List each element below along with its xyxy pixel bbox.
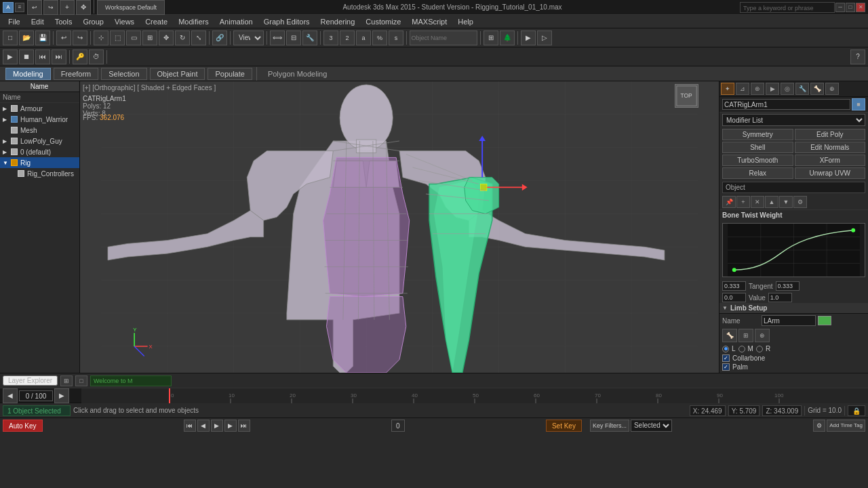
limb-setup-header[interactable]: ▼ Limb Setup (719, 303, 868, 314)
limb-icon-3[interactable]: ⊕ (755, 329, 770, 342)
relax-btn[interactable]: Relax (722, 167, 793, 179)
redo-toolbar[interactable]: ↪ (73, 30, 87, 45)
tl-fwd-btn[interactable]: ▶ (54, 388, 69, 403)
limb-name-input[interactable] (762, 315, 816, 326)
snap-toggle[interactable]: 🔧 (302, 30, 317, 45)
tree-item-rig[interactable]: ▼ Rig (0, 157, 79, 168)
key-mode[interactable]: 🔑 (73, 49, 87, 64)
nav-cube-display[interactable]: TOP (675, 84, 698, 108)
xform-btn[interactable]: XForm (795, 155, 866, 166)
next-key-btn[interactable]: ⏭ (238, 420, 250, 432)
lock-icon[interactable]: 🔒 (848, 405, 865, 416)
limb-icon-2[interactable]: ⊞ (738, 329, 753, 342)
help-btn[interactable]: ? (850, 49, 865, 64)
stop-anim[interactable]: ⏹ (19, 49, 34, 64)
menu-customize[interactable]: Customize (360, 15, 406, 28)
spinner-snap[interactable]: s (389, 30, 403, 45)
close-btn[interactable]: ✕ (856, 3, 865, 12)
play-anim[interactable]: ▶ (3, 49, 18, 64)
modify-icon[interactable]: ⊿ (736, 83, 749, 95)
scale-tool[interactable]: ⤡ (191, 30, 206, 45)
layer-manager[interactable]: ⊞ (484, 30, 498, 45)
scene-explorer[interactable]: 🌲 (500, 30, 515, 45)
mirror-tool[interactable]: ⟺ (270, 30, 285, 45)
tangent-input[interactable] (776, 281, 800, 291)
symmetry-btn[interactable]: Symmetry (722, 129, 793, 140)
mode-populate[interactable]: Populate (208, 68, 252, 80)
turbosmooth-btn[interactable]: TurboSmooth (722, 155, 793, 166)
nav-cube[interactable]: TOP (675, 84, 698, 108)
hierarchy-icon[interactable]: ⊛ (751, 83, 764, 95)
menu-file[interactable]: ≡ (15, 3, 24, 12)
tree-item-human-warrior[interactable]: ▶ Human_Warrior (0, 114, 79, 125)
edit-normals-btn[interactable]: Edit Normals (795, 142, 866, 153)
coord-system[interactable]: ViewWorldLocal (233, 30, 264, 45)
menu-rendering[interactable]: Rendering (315, 15, 361, 28)
tree-item-rig-controllers[interactable]: Rig_Controllers (7, 168, 79, 179)
menu-group[interactable]: Group (77, 15, 109, 28)
configure-icon[interactable]: ⚙ (793, 196, 807, 208)
select-region[interactable]: ▭ (126, 30, 141, 45)
next-frame[interactable]: ⏭ (52, 49, 66, 64)
render-setup[interactable]: ▶ (521, 30, 536, 45)
undo-toolbar[interactable]: ↩ (56, 30, 71, 45)
window-crossing[interactable]: ⊞ (142, 30, 157, 45)
mode-freeform[interactable]: Freeform (54, 68, 99, 80)
save-btn[interactable]: 💾 (35, 30, 50, 45)
tree-item-lowpoly[interactable]: ▶ LowPoly_Guy (0, 136, 79, 146)
select-name[interactable]: ⬚ (110, 30, 125, 45)
delete-modifier-icon[interactable]: ✕ (751, 196, 764, 208)
unwrap-uvw-btn[interactable]: Unwrap UVW (795, 167, 866, 179)
new-btn[interactable]: □ (3, 30, 18, 45)
mode-selection[interactable]: Selection (101, 68, 146, 80)
edit-poly-btn[interactable]: Edit Poly (795, 129, 866, 140)
shell-btn[interactable]: Shell (722, 142, 793, 153)
menu-edit[interactable]: Edit (26, 15, 50, 28)
radio-L[interactable] (722, 346, 729, 352)
3d-snap[interactable]: 3 (323, 30, 338, 45)
link-tool[interactable]: 🔗 (212, 30, 227, 45)
rotate-tool[interactable]: ↻ (175, 30, 190, 45)
2d-snap[interactable]: 2 (340, 30, 355, 45)
layer-icon-2[interactable]: □ (75, 375, 87, 386)
curve-val2[interactable] (722, 293, 746, 302)
utilities-icon[interactable]: 🔧 (795, 83, 809, 95)
prev-frame[interactable]: ⏮ (35, 49, 50, 64)
modifier-dropdown[interactable]: Modifier List (722, 114, 865, 126)
modifier-stack[interactable]: Object (722, 182, 865, 193)
undo-btn[interactable]: ↩ (27, 0, 42, 15)
menu-tools[interactable]: Tools (50, 15, 78, 28)
prev-frame-btn[interactable]: ◀ (197, 420, 210, 432)
angle-snap[interactable]: a (356, 30, 371, 45)
tree-item-armour[interactable]: ▶ Armour (0, 103, 79, 114)
workspace-dropdown[interactable]: Workspace Default (97, 0, 165, 15)
move-tool[interactable]: ✥ (159, 30, 174, 45)
next-frame-btn[interactable]: ▶ (224, 420, 237, 432)
set-key-btn[interactable]: Set Key (546, 420, 582, 432)
tl-back-btn[interactable]: ◀ (3, 388, 18, 403)
extra-icon1[interactable]: ⊕ (825, 83, 839, 95)
add-time-tag-btn[interactable]: Add Time Tag (827, 420, 865, 432)
menu-maxscript[interactable]: MAXScript (406, 15, 452, 28)
menu-graph-editors[interactable]: Graph Editors (258, 15, 315, 28)
select-tool[interactable]: ⊹ (94, 30, 108, 45)
menu-views[interactable]: Views (109, 15, 140, 28)
search-input[interactable]: Type a keyword or phrase (740, 2, 835, 13)
timeline-range[interactable]: 0 10 20 30 40 50 60 70 80 90 100 (81, 388, 868, 403)
menu-create[interactable]: Create (140, 15, 173, 28)
viewport[interactable]: [+] [Orthographic] [ Shaded + Edged Face… (80, 81, 719, 373)
move-btn[interactable]: ✥ (76, 0, 91, 15)
menu-modifiers[interactable]: Modifiers (173, 15, 214, 28)
palm-checkbox[interactable] (722, 363, 730, 371)
motion-icon[interactable]: ▶ (766, 83, 779, 95)
create-icon[interactable]: ✦ (721, 83, 734, 95)
left-tab-name[interactable]: Name (0, 81, 79, 92)
key-mode-select[interactable]: Selected (631, 420, 672, 432)
radio-R[interactable] (756, 346, 763, 352)
play-btn[interactable]: ▶ (211, 420, 223, 432)
limb-color-swatch[interactable] (818, 316, 831, 325)
auto-key-btn[interactable]: Auto Key (3, 420, 43, 432)
frame-number[interactable]: 0 (391, 420, 405, 432)
layer-explorer-btn[interactable]: Layer Explorer (3, 375, 58, 386)
key-filters-btn[interactable]: Key Filters... (590, 420, 629, 432)
